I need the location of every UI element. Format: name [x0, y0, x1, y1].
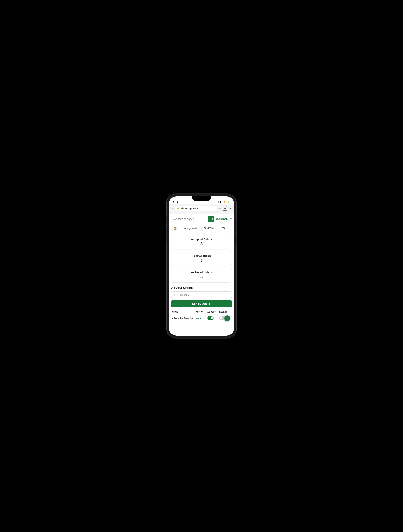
rejected-orders-value: 3 — [174, 258, 229, 263]
accept-toggle-slider — [208, 316, 214, 320]
sort-by-date-button[interactable]: Sort by Date ▲ — [171, 300, 232, 307]
accepted-orders-card: Accepted Orders 8 — [171, 235, 232, 249]
nav-tab-total-work[interactable]: Total Work — [201, 226, 217, 231]
rejected-orders-title: Rejected Orders — [174, 254, 229, 257]
order-action-cell: More — [195, 317, 208, 320]
workman-link[interactable]: Workman — [216, 218, 228, 221]
svg-point-0 — [211, 218, 213, 220]
orders-table: NAME ACTION ACCEPT REJECT Adire shirts T… — [171, 310, 232, 322]
delivered-orders-value: 8 — [174, 275, 229, 279]
accept-toggle[interactable] — [208, 316, 214, 320]
add-fab-icon: + — [226, 316, 228, 320]
order-name-cell: Adire shirts Tie & Dye — [172, 317, 195, 320]
search-bar: Workman ≡ — [169, 214, 234, 224]
add-fab-button[interactable]: + — [224, 315, 230, 321]
signal-icon: ▐▐▐ — [218, 201, 222, 203]
search-input[interactable] — [171, 216, 208, 222]
browser-url-bar[interactable]: 🔒 wkmanship.com/sc — [174, 206, 218, 211]
browser-tab-count[interactable]: 21 — [223, 206, 227, 210]
table-row: Adire shirts Tie & Dye More — [171, 314, 232, 322]
search-input-wrap — [171, 216, 214, 222]
page-content: Workman ≡ 🏠 Manage Work Total Work Withd… — [169, 214, 234, 336]
browser-add-tab-button[interactable]: + — [219, 206, 221, 210]
browser-home-icon[interactable]: ⌂ — [171, 207, 173, 210]
phone-notch — [192, 196, 211, 201]
orders-section-title: All your Orders — [171, 286, 232, 290]
hamburger-menu-icon[interactable]: ≡ — [229, 217, 232, 221]
order-more-link[interactable]: More — [195, 317, 201, 320]
delivered-orders-title: Delivered Orders — [174, 271, 229, 274]
table-header-name: NAME — [172, 311, 195, 313]
delivered-orders-card: Delivered Orders 8 — [171, 268, 232, 283]
rejected-orders-card: Rejected Orders 3 — [171, 251, 232, 266]
nav-tab-home[interactable]: 🏠 — [171, 226, 179, 231]
table-header-action: ACTION — [195, 311, 208, 313]
nav-tab-withd[interactable]: Withd — [219, 226, 230, 231]
status-time: 9:41 — [173, 200, 178, 203]
wifi-icon: 📶 — [223, 201, 226, 203]
url-lock-icon: 🔒 — [177, 207, 179, 210]
table-header-accept: ACCEPT — [208, 311, 219, 313]
svg-line-1 — [212, 220, 213, 220]
search-button[interactable] — [208, 216, 214, 222]
accepted-orders-value: 8 — [174, 241, 229, 246]
status-icons: ▐▐▐ 📶 🔋 — [218, 201, 230, 203]
orders-section: All your Orders Sort by Date ▲ NAME ACTI… — [169, 285, 234, 323]
order-reject-cell: + — [219, 316, 231, 320]
browser-chrome: ⌂ 🔒 wkmanship.com/sc + 21 ⋮ — [169, 204, 234, 214]
accepted-orders-title: Accepted Orders — [174, 238, 229, 241]
nav-tab-manage-work[interactable]: Manage Work — [181, 226, 200, 231]
battery-icon: 🔋 — [227, 201, 230, 203]
order-accept-cell — [208, 316, 219, 320]
table-header-reject: REJECT — [219, 311, 231, 313]
filter-orders-input[interactable] — [171, 291, 232, 298]
browser-more-button[interactable]: ⋮ — [229, 206, 232, 210]
url-text: wkmanship.com/sc — [181, 207, 215, 210]
search-icon — [210, 218, 213, 221]
nav-tabs: 🏠 Manage Work Total Work Withd — [169, 224, 234, 233]
table-header: NAME ACTION ACCEPT REJECT — [171, 310, 232, 314]
